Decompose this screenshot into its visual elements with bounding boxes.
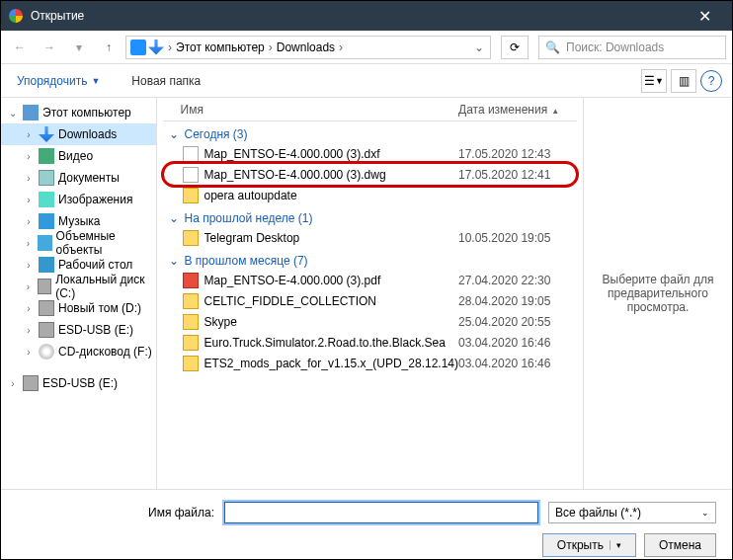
recent-dropdown[interactable]: ▾: [66, 35, 92, 60]
file-name: Map_ENTSO-E-4.000.000 (3).pdf: [204, 274, 458, 287]
chevron-right-icon[interactable]: ›: [23, 260, 35, 271]
file-row[interactable]: opera autoupdate: [163, 185, 577, 205]
chevron-right-icon[interactable]: ›: [23, 151, 35, 162]
sidebar-item[interactable]: ›Видео: [1, 145, 156, 167]
folder-icon: [39, 192, 54, 207]
file-row[interactable]: Map_ENTSO-E-4.000.000 (3).dxf17.05.2020 …: [163, 143, 577, 164]
help-button[interactable]: ?: [700, 70, 722, 92]
preview-toggle-button[interactable]: ▥: [671, 69, 696, 93]
preview-pane: Выберите файл для предварительного просм…: [584, 98, 732, 489]
file-row[interactable]: Euro.Truck.Simulator.2.Road.to.the.Black…: [163, 332, 577, 353]
sidebar-pc[interactable]: ⌄ Этот компьютер: [1, 102, 156, 123]
breadcrumb[interactable]: › Этот компьютер › Downloads › ⌄: [125, 36, 491, 59]
file-date: 03.04.2020 16:46: [458, 336, 577, 350]
chevron-right-icon[interactable]: ›: [23, 281, 34, 292]
file-name: ETS2_mods_pack_for_v1.15.x_(UPD_28.12.14…: [204, 357, 458, 370]
sidebar-item-label: ESD-USB (E:): [58, 323, 133, 337]
file-name: Euro.Truck.Simulator.2.Road.to.the.Black…: [204, 336, 458, 350]
sidebar-item[interactable]: ›Локальный диск (C:): [1, 276, 156, 297]
chevron-icon: ›: [337, 40, 345, 54]
chevron-right-icon[interactable]: ›: [23, 129, 35, 140]
file-name: CELTIC_FIDDLE_COLLECTION: [204, 294, 458, 308]
filename-input[interactable]: [224, 502, 538, 523]
chevron-right-icon[interactable]: ›: [23, 195, 35, 205]
view-button[interactable]: ☰ ▼: [641, 69, 667, 93]
folder-icon: [183, 188, 199, 203]
group-header[interactable]: ⌄На прошлой неделе (1): [163, 205, 577, 227]
downloads-icon: [148, 40, 164, 55]
cancel-button[interactable]: Отмена: [644, 533, 716, 557]
refresh-button[interactable]: ⟳: [501, 36, 529, 59]
sidebar-item-label: Новый том (D:): [58, 301, 141, 315]
file-date: 17.05.2020 12:41: [458, 168, 577, 182]
folder-icon: [38, 235, 52, 251]
sidebar-item-label: Изображения: [58, 193, 132, 206]
toolbar: Упорядочить▼ Новая папка ☰ ▼ ▥ ?: [1, 64, 732, 98]
sidebar-item-label: Видео: [58, 149, 93, 163]
group-header[interactable]: ⌄Сегодня (3): [163, 121, 577, 143]
col-name[interactable]: Имя: [163, 103, 458, 117]
filename-label: Имя файла:: [17, 506, 214, 520]
sidebar-item-label: Документы: [58, 171, 120, 185]
folder-icon: [183, 230, 199, 246]
open-button[interactable]: Открыть: [542, 533, 636, 557]
file-name: opera autoupdate: [204, 189, 458, 202]
file-row[interactable]: Map_ENTSO-E-4.000.000 (3).pdf27.04.2020 …: [163, 270, 577, 290]
chevron-icon: ›: [166, 40, 174, 54]
chevron-right-icon[interactable]: ›: [23, 303, 35, 314]
search-input[interactable]: 🔍 Поиск: Downloads: [538, 36, 726, 59]
sidebar-item[interactable]: ›Документы: [1, 167, 156, 189]
file-row[interactable]: Telegram Desktop10.05.2020 19:05: [163, 227, 577, 248]
folder-icon: [39, 213, 54, 229]
search-placeholder: Поиск: Downloads: [566, 40, 664, 54]
columns-header[interactable]: Имя Дата изменения▲: [163, 98, 577, 121]
file-date: 10.05.2020 19:05: [458, 231, 577, 245]
group-header[interactable]: ⌄В прошлом месяце (7): [163, 248, 577, 270]
file-name: Map_ENTSO-E-4.000.000 (3).dxf: [204, 147, 458, 161]
forward-button: →: [37, 35, 62, 60]
chevron-down-icon: ⌄: [169, 127, 179, 141]
sidebar-item-label: Музыка: [58, 214, 100, 228]
folder-icon: [39, 300, 54, 316]
file-row[interactable]: ETS2_mods_pack_for_v1.15.x_(UPD_28.12.14…: [163, 353, 577, 373]
organize-button[interactable]: Упорядочить▼: [11, 70, 106, 92]
file-row[interactable]: Map_ENTSO-E-4.000.000 (3).dwg17.05.2020 …: [163, 164, 577, 185]
chevron-right-icon[interactable]: ›: [23, 325, 35, 336]
sidebar: ⌄ Этот компьютер ›Downloads›Видео›Докуме…: [1, 98, 157, 489]
titlebar: Открытие ✕: [1, 1, 732, 31]
file-row[interactable]: Skype25.04.2020 20:55: [163, 311, 577, 332]
file-name: Map_ENTSO-E-4.000.000 (3).dwg: [204, 168, 458, 182]
newfolder-button[interactable]: Новая папка: [125, 70, 206, 92]
chevron-right-icon[interactable]: ›: [23, 173, 35, 184]
disk-icon: [23, 375, 39, 391]
breadcrumb-folder[interactable]: Downloads: [277, 40, 335, 54]
file-row[interactable]: CELTIC_FIDDLE_COLLECTION28.04.2020 19:05: [163, 290, 577, 311]
sidebar-item[interactable]: ›Изображения: [1, 189, 156, 210]
col-date[interactable]: Дата изменения▲: [458, 103, 577, 117]
sidebar-item[interactable]: ›CD-дисковод (F:): [1, 341, 156, 362]
chevron-right-icon[interactable]: ›: [23, 216, 35, 227]
sidebar-item[interactable]: ›Новый том (D:): [1, 297, 156, 319]
chevron-down-icon[interactable]: ⌄: [7, 108, 19, 119]
back-button[interactable]: ←: [7, 35, 33, 60]
chevron-right-icon[interactable]: ›: [23, 238, 34, 249]
folder-icon: [39, 344, 54, 360]
sidebar-extra[interactable]: › ESD-USB (E:): [1, 372, 156, 394]
chevron-right-icon[interactable]: ›: [7, 378, 19, 389]
up-button[interactable]: ↑: [96, 35, 122, 60]
breadcrumb-dropdown-icon[interactable]: ⌄: [472, 40, 486, 54]
file-date: 25.04.2020 20:55: [458, 315, 577, 329]
sidebar-item[interactable]: ›Объемные объекты: [1, 232, 156, 254]
breadcrumb-root[interactable]: Этот компьютер: [176, 40, 265, 54]
pdf-icon: [183, 273, 199, 288]
chevron-down-icon: ⌄: [169, 211, 179, 225]
chrome-icon: [9, 9, 23, 23]
sidebar-item[interactable]: ›ESD-USB (E:): [1, 319, 156, 341]
file-icon: [183, 167, 199, 183]
filetype-select[interactable]: Все файлы (*.*)⌄: [548, 502, 716, 523]
folder-icon: [39, 322, 54, 338]
folder-icon: [39, 148, 54, 164]
chevron-right-icon[interactable]: ›: [23, 347, 35, 358]
sidebar-item[interactable]: ›Downloads: [1, 123, 156, 145]
close-icon[interactable]: ✕: [685, 7, 724, 26]
